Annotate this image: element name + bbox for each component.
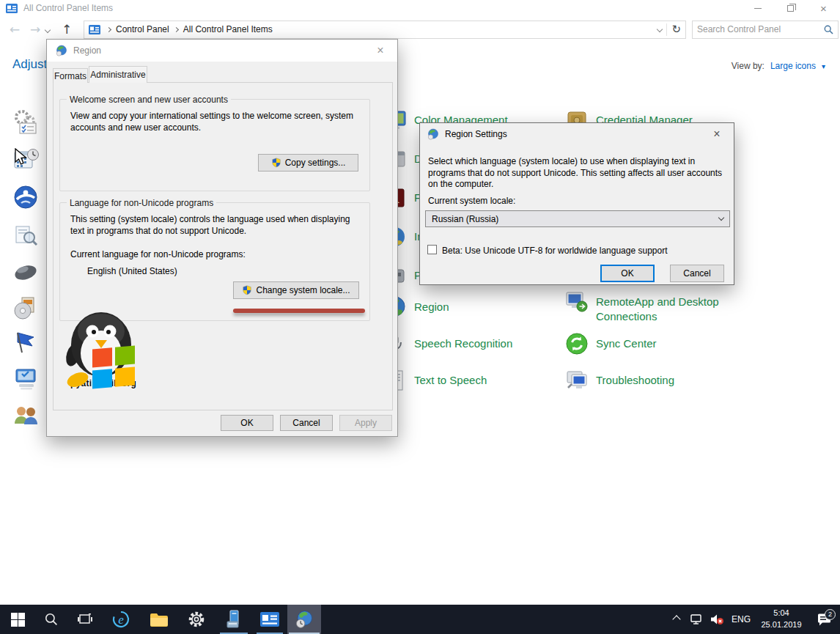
system-locale-select[interactable]: Russian (Russia) bbox=[425, 210, 730, 227]
start-button[interactable] bbox=[1, 605, 34, 634]
clock[interactable]: 5:04 25.01.2019 bbox=[755, 608, 808, 631]
file-explorer-button[interactable] bbox=[142, 605, 176, 634]
current-language-value: English (United States) bbox=[87, 266, 177, 278]
region-settings-ok-button[interactable]: OK bbox=[600, 265, 655, 282]
region-cancel-button[interactable]: Cancel bbox=[280, 415, 333, 431]
panel-item-sync-center[interactable]: Sync Center bbox=[565, 332, 657, 355]
programs-features-icon[interactable] bbox=[12, 293, 40, 321]
system-locale-value: Russian (Russia) bbox=[432, 214, 498, 224]
non-unicode-description: This setting (system locale) controls th… bbox=[70, 214, 358, 237]
region-settings-cancel-button[interactable]: Cancel bbox=[670, 265, 724, 282]
taskbar: e ENG 5:04 25.01.2019 2 bbox=[0, 605, 840, 634]
mouse-cursor bbox=[15, 148, 27, 166]
region-dialog-icon bbox=[56, 45, 67, 56]
volume-tray-button[interactable] bbox=[707, 613, 727, 625]
region-globe-clock-icon bbox=[295, 610, 314, 629]
breadcrumb-control-panel[interactable]: Control Panel bbox=[116, 24, 169, 34]
beta-utf8-label: Beta: Use Unicode UTF-8 for worldwide la… bbox=[442, 246, 668, 257]
language-indicator[interactable]: ENG bbox=[727, 614, 755, 624]
beta-utf8-checkbox[interactable] bbox=[427, 245, 437, 254]
region-settings-dialog-icon bbox=[427, 128, 439, 140]
current-language-label: Current language for non-Unicode program… bbox=[70, 249, 246, 261]
region-dialog: Region × Formats Administrative Welcome … bbox=[46, 39, 398, 437]
user-accounts-icon[interactable] bbox=[12, 402, 40, 430]
panel-item-remoteapp[interactable]: RemoteApp and Desktop Connections bbox=[565, 290, 726, 325]
tab-administrative[interactable]: Administrative bbox=[89, 66, 147, 83]
ease-of-access-icon[interactable] bbox=[12, 183, 40, 211]
panel-item-troubleshooting[interactable]: Troubleshooting bbox=[565, 369, 674, 392]
forward-icon[interactable]: → bbox=[25, 22, 45, 37]
settings-button[interactable] bbox=[180, 605, 213, 634]
refresh-icon[interactable]: ↻ bbox=[671, 23, 681, 36]
region-settings-description: Select which language (system locale) to… bbox=[428, 156, 727, 191]
uac-shield-icon bbox=[242, 285, 252, 295]
panel-item-speech-recognition[interactable]: Speech Recognition bbox=[383, 332, 512, 355]
search-box[interactable] bbox=[692, 21, 839, 39]
restore-button[interactable] bbox=[774, 0, 807, 16]
svg-text:e: e bbox=[118, 613, 124, 627]
task-view-icon bbox=[78, 613, 92, 626]
region-settings-close-button[interactable]: × bbox=[707, 127, 726, 141]
breadcrumb-separator-icon bbox=[174, 26, 179, 32]
chevron-up-icon bbox=[672, 615, 680, 623]
window-titlebar: All Control Panel Items × bbox=[0, 0, 840, 16]
action-center-button[interactable]: 2 bbox=[808, 613, 840, 626]
network-icon bbox=[690, 613, 703, 625]
speaker-muted-icon bbox=[710, 613, 724, 625]
region-settings-title: Region Settings bbox=[445, 129, 507, 139]
non-unicode-group-title: Language for non-Unicode programs bbox=[67, 198, 216, 208]
view-by-label: View by: bbox=[732, 61, 765, 71]
region-dialog-close-button[interactable]: × bbox=[371, 43, 390, 58]
remoteapp-icon bbox=[565, 290, 589, 314]
region-app-button[interactable] bbox=[287, 605, 321, 634]
indexing-options-icon[interactable] bbox=[12, 222, 40, 250]
control-panel-app-button[interactable] bbox=[254, 605, 286, 634]
breadcrumb-separator-icon bbox=[106, 26, 111, 32]
notification-badge: 2 bbox=[825, 609, 836, 620]
address-bar[interactable]: Control Panel All Control Panel Items ↻ bbox=[84, 21, 686, 39]
minimize-button[interactable] bbox=[741, 0, 774, 16]
change-system-locale-button[interactable]: Change system locale... bbox=[233, 281, 359, 299]
search-icon[interactable] bbox=[824, 25, 833, 34]
close-button[interactable]: × bbox=[807, 0, 840, 16]
back-icon[interactable]: ← bbox=[4, 22, 25, 37]
computer-app-button[interactable] bbox=[215, 605, 252, 634]
view-by-value[interactable]: Large icons bbox=[770, 61, 816, 71]
panel-item-text-to-speech[interactable]: Text to Speech bbox=[383, 369, 487, 392]
history-dropdown-icon[interactable] bbox=[45, 24, 56, 34]
folder-icon bbox=[150, 612, 169, 627]
system-icon[interactable] bbox=[12, 365, 40, 393]
up-icon[interactable]: ↑ bbox=[56, 22, 78, 37]
task-view-button[interactable] bbox=[69, 605, 101, 634]
security-maintenance-flag-icon[interactable] bbox=[12, 328, 40, 356]
region-apply-button[interactable]: Apply bbox=[339, 415, 392, 431]
watermark-penguin-logo bbox=[63, 309, 145, 396]
copy-settings-button[interactable]: Copy settings... bbox=[258, 154, 358, 172]
clock-date: 25.01.2019 bbox=[755, 619, 808, 631]
sync-center-icon bbox=[565, 332, 589, 355]
view-by-caret-icon[interactable]: ▾ bbox=[822, 62, 825, 70]
administrative-tools-icon[interactable] bbox=[12, 108, 40, 136]
gear-icon bbox=[188, 611, 205, 628]
welcome-screen-group-title: Welcome screen and new user accounts bbox=[67, 95, 231, 105]
network-tray-button[interactable] bbox=[686, 613, 707, 625]
tray-expand-button[interactable] bbox=[667, 616, 686, 622]
control-panel-icon bbox=[260, 612, 279, 627]
region-dialog-titlebar: Region × bbox=[47, 40, 397, 62]
minimize-icon bbox=[754, 8, 762, 9]
region-settings-dialog: Region Settings × Select which language … bbox=[419, 122, 734, 285]
mouse-icon[interactable] bbox=[12, 258, 40, 286]
breadcrumb-current[interactable]: All Control Panel Items bbox=[183, 24, 273, 34]
internet-explorer-button[interactable]: e bbox=[104, 605, 138, 634]
search-icon bbox=[45, 613, 58, 626]
region-ok-button[interactable]: OK bbox=[221, 415, 273, 431]
taskbar-search-button[interactable] bbox=[35, 605, 67, 634]
window-title: All Control Panel Items bbox=[23, 3, 113, 13]
restore-icon bbox=[787, 5, 794, 12]
select-chevron-icon bbox=[718, 215, 724, 221]
tab-formats[interactable]: Formats bbox=[53, 68, 88, 83]
address-dropdown-icon[interactable] bbox=[657, 26, 663, 32]
close-icon: × bbox=[713, 128, 720, 141]
computer-app-icon bbox=[224, 610, 243, 629]
search-input[interactable] bbox=[697, 24, 824, 34]
